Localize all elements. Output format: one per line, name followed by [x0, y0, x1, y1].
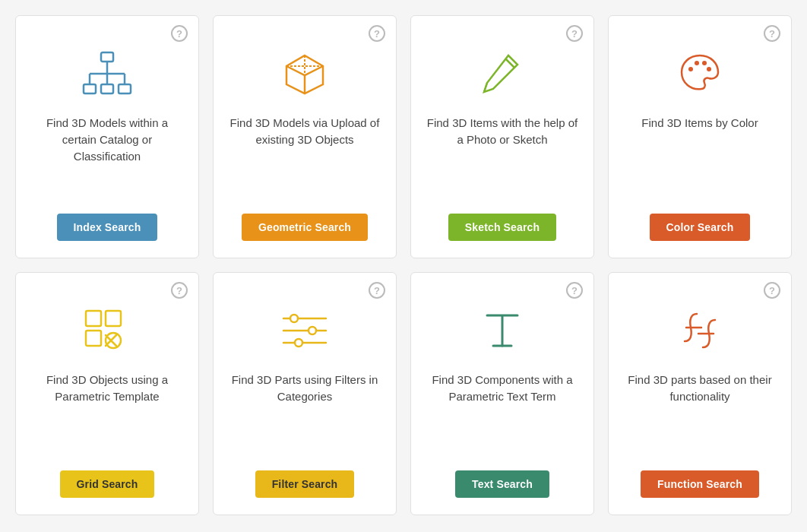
svg-rect-17	[86, 331, 101, 346]
card-description-filter-search: Find 3D Parts using Filters in Categorie…	[227, 372, 382, 455]
help-icon-sketch-search[interactable]: ?	[566, 25, 583, 42]
search-cards-grid: ? Find 3D Models within a certain Catalo…	[15, 15, 792, 515]
btn-index-search[interactable]: Index Search	[57, 214, 158, 241]
svg-point-12	[695, 61, 699, 65]
svg-point-14	[707, 67, 711, 71]
card-text-search: ? Find 3D Components with a Parametric T…	[410, 272, 594, 515]
card-description-function-search: Find 3D parts based on their functionali…	[622, 372, 777, 455]
help-icon-color-search[interactable]: ?	[764, 25, 780, 42]
card-color-search: ? Find 3D Items by Color Color Search	[608, 15, 792, 258]
svg-rect-0	[101, 52, 113, 62]
svg-rect-16	[106, 311, 121, 326]
icon-pencil	[472, 43, 533, 104]
icon-hierarchy	[77, 43, 138, 104]
help-icon-text-search[interactable]: ?	[566, 282, 583, 299]
svg-point-18	[106, 333, 121, 348]
card-filter-search: ? Find 3D Parts using Filters in Categor…	[213, 272, 397, 515]
icon-grid	[77, 300, 138, 361]
icon-box	[274, 43, 335, 104]
help-icon-geometric-search[interactable]: ?	[369, 25, 385, 42]
svg-point-13	[702, 61, 707, 65]
card-description-geometric-search: Find 3D Models via Upload of existing 3D…	[227, 115, 382, 198]
svg-point-24	[295, 339, 302, 347]
card-sketch-search: ? Find 3D Items with the help of a Photo…	[410, 15, 594, 258]
svg-point-11	[688, 67, 693, 71]
card-description-text-search: Find 3D Components with a Parametric Tex…	[425, 372, 580, 455]
icon-text	[472, 300, 533, 361]
svg-rect-3	[119, 84, 131, 93]
svg-point-23	[309, 327, 316, 334]
btn-color-search[interactable]: Color Search	[650, 214, 751, 241]
help-icon-grid-search[interactable]: ?	[171, 282, 188, 299]
btn-geometric-search[interactable]: Geometric Search	[242, 214, 368, 241]
btn-sketch-search[interactable]: Sketch Search	[448, 214, 556, 241]
card-function-search: ? Find 3D parts based on their functiona…	[608, 272, 792, 515]
card-description-sketch-search: Find 3D Items with the help of a Photo o…	[425, 115, 580, 198]
btn-function-search[interactable]: Function Search	[641, 470, 759, 498]
icon-palette	[669, 43, 730, 104]
card-description-grid-search: Find 3D Objects using a Parametric Templ…	[30, 372, 185, 455]
svg-point-22	[290, 315, 298, 322]
help-icon-function-search[interactable]: ?	[764, 282, 780, 299]
svg-rect-1	[84, 84, 96, 93]
card-geometric-search: ? Find 3D Models via Upload of existing …	[213, 15, 397, 258]
btn-text-search[interactable]: Text Search	[455, 470, 549, 498]
card-index-search: ? Find 3D Models within a certain Catalo…	[15, 15, 199, 258]
help-icon-filter-search[interactable]: ?	[369, 282, 385, 299]
card-description-color-search: Find 3D Items by Color	[641, 115, 758, 198]
icon-function	[669, 300, 730, 361]
help-icon-index-search[interactable]: ?	[171, 25, 188, 42]
svg-rect-2	[101, 84, 113, 93]
card-description-index-search: Find 3D Models within a certain Catalog …	[30, 115, 185, 198]
card-grid-search: ? Find 3D Objects using a Parametric Tem…	[15, 272, 199, 515]
icon-filter	[274, 300, 335, 361]
btn-filter-search[interactable]: Filter Search	[255, 470, 355, 498]
svg-rect-15	[86, 311, 101, 326]
btn-grid-search[interactable]: Grid Search	[60, 470, 155, 498]
